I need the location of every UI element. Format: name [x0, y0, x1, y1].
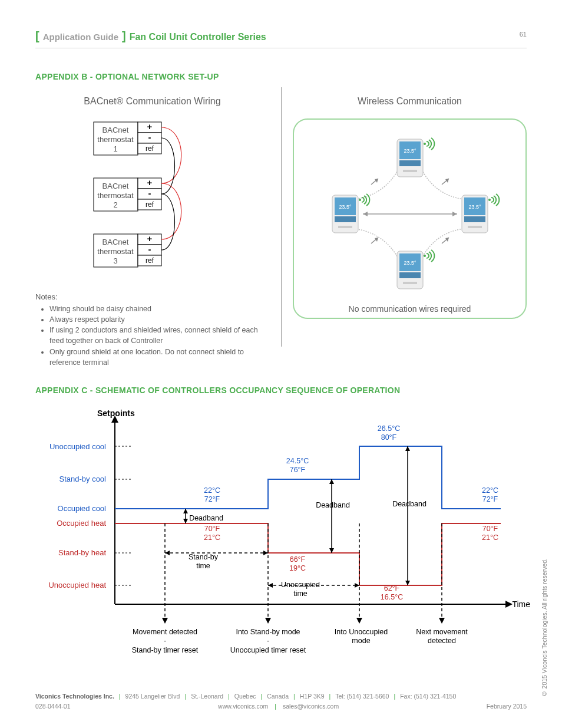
footer-date: February 2015 — [487, 702, 527, 711]
copyright-text: © 2015 Viconcis Technologies. All rights… — [541, 558, 548, 697]
svg-text:-: - — [148, 244, 151, 254]
svg-marker-64 — [505, 601, 513, 608]
svg-rect-41 — [403, 170, 417, 172]
occupancy-chart: Setpoints Time Unoccupied cool Stand-by … — [35, 410, 524, 663]
svg-rect-52 — [464, 216, 485, 222]
svg-text:ref: ref — [145, 144, 154, 153]
svg-marker-32 — [363, 212, 368, 216]
svg-text:2: 2 — [113, 200, 117, 209]
footer-docnum: 028-0444-01 — [35, 702, 71, 711]
footer-company: Viconics Technologies Inc. — [35, 692, 114, 701]
bracket-close-icon: ] — [122, 29, 126, 43]
svg-text:thermostat: thermostat — [97, 247, 134, 256]
page-number: 61 — [520, 31, 527, 38]
svg-text:ref: ref — [145, 200, 154, 209]
svg-marker-82 — [263, 551, 268, 555]
footer-web: www.viconics.com — [218, 703, 268, 710]
svg-marker-31 — [452, 212, 457, 216]
svg-marker-72 — [183, 509, 188, 513]
svg-point-54 — [488, 199, 491, 201]
note-item: If using 2 conductors and shielded wires… — [49, 325, 269, 346]
footer-province: Quebec — [234, 692, 256, 701]
svg-text:1: 1 — [113, 144, 117, 153]
separator-icon: | — [261, 692, 263, 701]
svg-text:ref: ref — [145, 256, 154, 265]
footer-postal: H1P 3K9 — [300, 692, 325, 701]
footer-tel: Tel: (514) 321-5660 — [335, 692, 389, 701]
svg-text:-: - — [148, 188, 151, 198]
svg-text:23.5°: 23.5° — [404, 148, 416, 154]
svg-rect-47 — [338, 226, 352, 228]
note-item: Only ground shield at one location. Do n… — [49, 347, 269, 368]
svg-text:+: + — [147, 233, 152, 243]
svg-text:BACnet: BACnet — [102, 238, 128, 246]
svg-point-48 — [359, 199, 361, 201]
svg-marker-87 — [162, 618, 168, 624]
svg-text:-: - — [148, 132, 151, 142]
separator-icon: | — [119, 692, 121, 701]
svg-marker-81 — [165, 551, 170, 555]
svg-text:thermostat: thermostat — [97, 191, 134, 200]
page-footer: Viconics Technologies Inc. | 9245 Langel… — [35, 692, 527, 712]
svg-marker-89 — [265, 618, 271, 624]
separator-icon: | — [394, 692, 395, 701]
wireless-caption: No communication wires required — [300, 304, 520, 314]
svg-rect-59 — [403, 282, 417, 284]
svg-marker-75 — [329, 479, 334, 484]
separator-icon: | — [184, 692, 186, 701]
svg-text:23.5°: 23.5° — [404, 260, 416, 266]
separator-icon: | — [228, 692, 230, 701]
svg-text:+: + — [147, 121, 152, 131]
separator-icon: | — [275, 703, 276, 710]
svg-marker-93 — [439, 618, 445, 624]
svg-rect-58 — [399, 272, 421, 278]
svg-marker-85 — [355, 583, 359, 588]
wireless-heading: Wireless Communication — [293, 96, 527, 107]
page-header: [ Application Guide ] Fan Coil Unit Cont… — [35, 29, 527, 48]
appendix-c-title: APPENDIX C - SCHEMATIC OF CONTROLLERS OC… — [35, 386, 527, 395]
svg-marker-91 — [356, 618, 362, 624]
bacnet-heading: BACnet® Communication Wiring — [35, 96, 269, 107]
bacnet-wiring-diagram: BACnetthermostat1+-refBACnetthermostat2+… — [35, 118, 269, 284]
header-appguide: Application Guide — [43, 32, 118, 42]
footer-city: St.-Leonard — [191, 692, 223, 701]
svg-text:23.5°: 23.5° — [339, 204, 352, 210]
svg-text:BACnet: BACnet — [102, 126, 128, 134]
svg-rect-53 — [468, 226, 482, 228]
svg-rect-46 — [335, 216, 356, 222]
svg-text:BACnet: BACnet — [102, 182, 128, 190]
footer-country: Canada — [267, 692, 289, 701]
header-title: Fan Coil Unit Controller Series — [130, 32, 266, 42]
svg-marker-62 — [111, 416, 118, 423]
svg-text:thermostat: thermostat — [97, 135, 134, 144]
separator-icon: | — [329, 692, 331, 701]
notes-list: Wiring should be daisy chained Always re… — [35, 304, 269, 368]
separator-icon: | — [293, 692, 295, 701]
svg-text:3: 3 — [113, 256, 117, 265]
notes-label: Notes: — [35, 292, 269, 301]
svg-point-42 — [424, 143, 426, 145]
column-divider — [281, 87, 282, 347]
svg-marker-78 — [405, 446, 410, 451]
svg-marker-73 — [183, 519, 188, 523]
svg-text:+: + — [147, 177, 152, 187]
bracket-open-icon: [ — [35, 29, 39, 43]
appendix-b-title: APPENDIX B - OPTIONAL NETWORK SET-UP — [35, 72, 527, 81]
footer-fax: Fax: (514) 321-4150 — [400, 692, 456, 701]
footer-address: 9245 Langelier Blvd — [125, 692, 180, 701]
note-item: Wiring should be daisy chained — [49, 304, 269, 314]
wireless-diagram: 23.5° 23.5° 23.5° — [293, 118, 527, 319]
svg-rect-40 — [399, 160, 421, 166]
svg-text:23.5°: 23.5° — [468, 204, 481, 210]
svg-marker-84 — [268, 583, 273, 588]
svg-marker-76 — [329, 548, 334, 553]
note-item: Always respect polarity — [49, 314, 269, 325]
footer-email: sales@viconics.com — [283, 703, 339, 710]
svg-marker-79 — [405, 581, 410, 585]
svg-point-60 — [424, 255, 426, 257]
